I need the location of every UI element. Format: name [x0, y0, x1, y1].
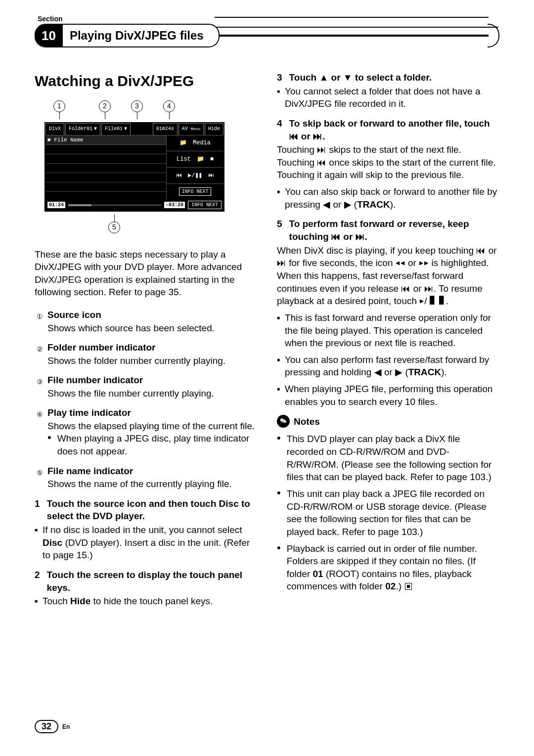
step-5-note-2: You can also perform fast reverse/fast f… [277, 354, 499, 379]
def-num-4: ④ [35, 410, 44, 420]
left-column: Watching a DivX/JPEG 1 2 3 4 DivX Folder… [35, 71, 257, 612]
def-label-4: Play time indicator [47, 407, 131, 418]
callout-5: 5 [108, 222, 120, 233]
def-label-1: Source icon [47, 310, 101, 320]
ss-info-next: INFO NEXT [179, 187, 211, 196]
def-text-2: Shows the folder number currently playin… [47, 355, 257, 367]
def-num-1: ① [35, 312, 44, 322]
step-1-heading: 1 Touch the source icon and then touch D… [35, 497, 257, 523]
folder-icon: 📁 [197, 155, 204, 163]
def-sub-4: When playing a JPEG disc, play time indi… [47, 432, 257, 457]
page-number: 32 [35, 720, 58, 733]
ss-list-label: List [177, 155, 191, 163]
page-title: Watching a DivX/JPEG [35, 71, 257, 91]
stop-icon: ■ [210, 155, 214, 163]
section-label: Section [38, 15, 499, 23]
ss-hide: Hide [205, 123, 223, 135]
ss-time: 01m24s [153, 123, 178, 135]
step-2-note: Touch Hide to hide the touch panel keys. [35, 595, 257, 608]
def-num-2: ② [35, 345, 44, 355]
ss-file-tab: File01▼ [101, 123, 131, 135]
def-text-4: Shows the elapsed playing time of the cu… [47, 420, 257, 433]
step-4-text: Touching ⏭ skips to the start of the nex… [277, 143, 499, 181]
callout-4: 4 [163, 100, 175, 112]
def-label-3: File number indicator [47, 375, 143, 385]
right-column: 3 Touch ▲ or ▼ to select a folder. You c… [277, 71, 499, 612]
intro-paragraph: These are the basic steps necessary to p… [35, 248, 257, 299]
ss-folder-tab: Folder01▼ [65, 123, 100, 135]
ss-time-remain: -03:20 [164, 202, 185, 209]
step-3-note: You cannot select a folder that does not… [277, 85, 499, 110]
section-title: Playing DivX/JPEG files [70, 29, 204, 43]
callout-3: 3 [131, 100, 143, 112]
step-5-note-3: When playing JPEG file, performing this … [277, 383, 499, 408]
callout-1: 1 [53, 100, 65, 112]
step-5-heading: 5 To perform fast forward or reverse, ke… [277, 218, 499, 243]
screen-figure: 1 2 3 4 DivX Folder01▼ File01▼ 01m24s AV… [44, 100, 257, 233]
prev-icon: ⏮ [176, 172, 182, 179]
def-text-3: Shows the file number currently playing. [47, 387, 257, 400]
ss-source-tab: DivX [45, 123, 64, 135]
note-3: Playback is carried out in order of file… [277, 542, 499, 593]
ss-av: AVMenu [178, 123, 204, 135]
pencil-icon: ✎ [275, 413, 291, 430]
step-1-note: If no disc is loaded in the unit, you ca… [35, 524, 257, 562]
def-text-5: Shows the name of the currently playing … [47, 478, 257, 490]
callout-2: 2 [99, 100, 111, 112]
end-mark-icon [405, 583, 412, 590]
notes-header: ✎ Notes [277, 415, 499, 428]
next-icon: ⏭ [208, 172, 214, 179]
player-screenshot: DivX Folder01▼ File01▼ 01m24s AVMenu Hid… [44, 122, 224, 212]
def-text-1: Shows which source has been selected. [47, 322, 257, 335]
step-5-text: When DivX disc is playing, if you keep t… [277, 244, 499, 308]
section-number: 10 [35, 25, 63, 46]
folder-icon: 📁 [179, 139, 187, 147]
ss-list-header: ■ File Name [45, 135, 166, 145]
def-label-5: File name indicator [47, 466, 133, 476]
def-num-5: ⑤ [35, 468, 44, 478]
ss-media-label: Media [193, 139, 211, 147]
page-lang: En [62, 723, 70, 730]
ss-time-elapsed: 01:24 [47, 202, 65, 209]
def-label-2: Folder number indicator [47, 342, 156, 353]
note-1: This DVD player can play back a DivX fil… [277, 433, 499, 484]
page-footer: 32 En [35, 720, 70, 733]
step-2-heading: 2 Touch the screen to display the touch … [35, 569, 257, 594]
def-num-3: ③ [35, 377, 44, 387]
section-header: 10 Playing DivX/JPEG files [35, 25, 499, 46]
step-5-note-1: This is fast forward and reverse operati… [277, 311, 499, 350]
step-4-heading: 4 To skip back or forward to another fil… [277, 117, 499, 142]
step-4-note: You can also skip back or forward to ano… [277, 185, 499, 211]
ss-info-next-bottom: INFO NEXT [188, 201, 222, 210]
step-3-heading: 3 Touch ▲ or ▼ to select a folder. [277, 71, 499, 84]
play-pause-icon: ▶/❚❚ [188, 172, 202, 179]
note-2: This unit can play back a JPEG file reco… [277, 488, 499, 538]
